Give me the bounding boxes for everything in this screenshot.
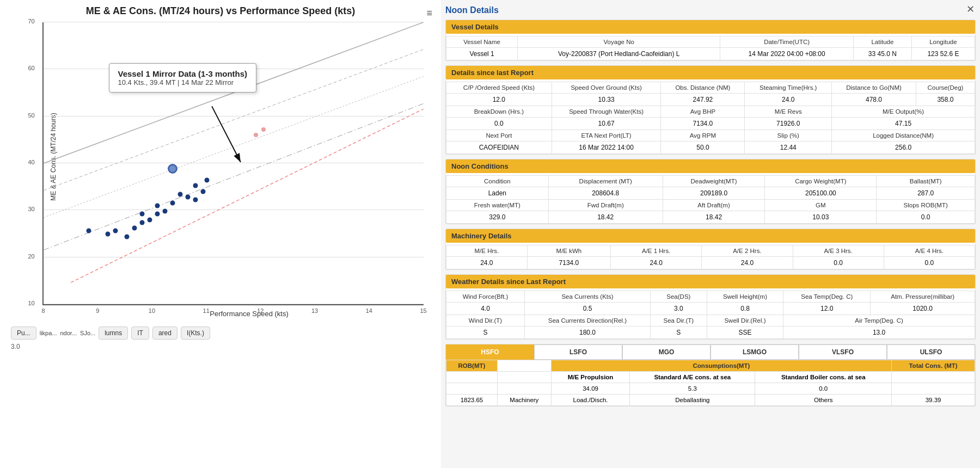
- th-logged-dist: Logged Distance(NM): [832, 130, 975, 141]
- td-eta: 16 Mar 2022 14:00: [552, 141, 661, 154]
- th-sea-currents: Sea Currents (Kts): [525, 291, 651, 303]
- td-machinery: Machinery: [497, 395, 551, 406]
- dot-3: [113, 229, 118, 233]
- tab-ulsfo[interactable]: ULSFO: [887, 344, 975, 360]
- columns-button[interactable]: lumns: [99, 327, 128, 340]
- highlighted-dot[interactable]: [168, 164, 177, 174]
- tab-hsfo[interactable]: HSFO: [446, 344, 534, 360]
- td-others: Others: [755, 395, 892, 406]
- machinery-details-section: Machinery Details M/E Hrs. M/E kWh A/E 1…: [445, 229, 976, 270]
- th-ae-cons: Standard A/E cons. at sea: [630, 372, 755, 383]
- th-rob-val: [446, 383, 498, 395]
- th-rob: ROB(MT): [446, 360, 498, 372]
- dot-14: [185, 195, 190, 200]
- x-axis-label: Performance Speed (kts): [68, 310, 430, 318]
- td-datetime: 14 Mar 2022 04:00 +08:00: [720, 48, 854, 60]
- bottom-label-2: ndor...: [60, 330, 77, 336]
- td-swell-height: 0.8: [707, 303, 783, 315]
- fuel-tabs: HSFO LSFO MGO LSMGO VLSFO ULSFO: [446, 344, 975, 360]
- th-condition: Condition: [446, 176, 549, 187]
- dot-13: [177, 192, 182, 196]
- svg-line-2: [44, 77, 423, 218]
- td-cp-speed: 12.0: [446, 94, 552, 106]
- dot-2: [106, 231, 111, 236]
- td-vessel-name: Vessel 1: [446, 48, 518, 60]
- td-me-kwh: 7134.0: [527, 257, 610, 269]
- vessel-details-header: Vessel Details: [446, 20, 975, 34]
- th-rob-sub: [446, 372, 498, 383]
- td-slops-rob: 0.0: [877, 211, 975, 224]
- right-panel: ✕ Noon Details Vessel Details Vessel Nam…: [441, 0, 980, 468]
- tab-lsfo[interactable]: LSFO: [534, 344, 622, 360]
- th-datetime: Date/Time(UTC): [720, 36, 854, 48]
- th-consumptions: Consumptions(MT): [551, 360, 891, 372]
- td-me-revs: 71926.0: [745, 118, 832, 130]
- td-slip: 12.44: [745, 141, 832, 154]
- dot-9: [155, 212, 160, 217]
- th-next-port: Next Port: [446, 130, 552, 141]
- kts-button[interactable]: I(Kts.): [181, 327, 210, 340]
- dot-17: [193, 183, 198, 188]
- pu-button[interactable]: Pu...: [11, 327, 36, 340]
- th-atm-pressure: Atm. Pressure(millibar): [871, 291, 975, 303]
- th-latitude: Latitude: [853, 36, 911, 48]
- th-cargo-weight: Cargo Weight(MT): [765, 176, 877, 187]
- th-machinery-label: [497, 383, 551, 395]
- td-steam-time: 24.0: [745, 94, 832, 106]
- th-sea-temp: Sea Temp(Deg. C): [783, 291, 871, 303]
- th-obs-dist: Obs. Distance (NM): [661, 82, 745, 94]
- td-latitude: 33 45.0 N: [853, 48, 911, 60]
- td-ae3-hrs: 0.0: [793, 257, 884, 269]
- dot-10: [155, 203, 160, 208]
- dot-6: [139, 220, 144, 225]
- th-cp-speed: C/P /Ordered Speed (Kts): [446, 82, 552, 94]
- th-fwd-draft: Fwd Draft(m): [548, 200, 663, 211]
- td-me-output: 47.15: [832, 118, 975, 130]
- th-fresh-water: Fresh water(MT): [446, 200, 549, 211]
- td-voyage-no: Voy-2200837 (Port Hedland-Caofeidian) L: [518, 48, 720, 60]
- th-deadweight: Deadweight(MT): [663, 176, 765, 187]
- th-sog: Speed Over Ground (Kts): [552, 82, 661, 94]
- td-fwd-draft: 18.42: [548, 211, 663, 224]
- dot-15: [193, 198, 198, 202]
- td-atm-pressure: 1020.0: [871, 303, 975, 315]
- tooltip-line2: 10.4 Kts., 39.4 MT | 14 Mar 22 Mirror: [118, 78, 248, 87]
- dot-5: [132, 226, 137, 231]
- td-deballasting: Deballasting: [630, 395, 755, 406]
- td-gm: 10.03: [765, 211, 877, 224]
- td-cargo-weight: 205100.00: [765, 187, 877, 200]
- td-condition: Laden: [446, 187, 549, 200]
- it-button[interactable]: IT: [131, 327, 149, 340]
- dot-4: [125, 234, 130, 239]
- fuel-consumption-table: ROB(MT) Consumptions(MT) Total Cons. (MT…: [446, 360, 975, 406]
- td-sea-ds: 3.0: [650, 303, 707, 315]
- td-logged-dist: 256.0: [832, 141, 975, 154]
- th-boiler-cons: Standard Boiler cons. at sea: [755, 372, 892, 383]
- th-sea-ds: Sea(DS): [650, 291, 707, 303]
- td-sea-currents: 0.5: [525, 303, 651, 315]
- ared-button[interactable]: ared: [152, 327, 177, 340]
- td-aft-draft: 18.42: [663, 211, 765, 224]
- chart-menu-icon[interactable]: ≡: [426, 8, 432, 19]
- th-ae3-hrs: A/E 3 Hrs.: [793, 245, 884, 257]
- dot-11: [162, 209, 167, 214]
- tab-vlsfo[interactable]: VLSFO: [799, 344, 887, 360]
- chart-panel: ME & AE Cons. (MT/24 hours) vs Performan…: [0, 0, 441, 468]
- fuel-section: HSFO LSFO MGO LSMGO VLSFO ULSFO ROB(MT) …: [445, 344, 976, 407]
- details-since-last-table: C/P /Ordered Speed (Kts) Speed Over Grou…: [446, 82, 975, 154]
- noon-conditions-table: Condition Displacement (MT) Deadweight(M…: [446, 175, 975, 224]
- th-swell-height: Swell Height(m): [707, 291, 783, 303]
- th-me-propulsion: M/E Propulsion: [551, 372, 630, 383]
- td-me-hrs: 24.0: [446, 257, 528, 269]
- tab-lsmgo[interactable]: LSMGO: [710, 344, 799, 360]
- close-button[interactable]: ✕: [966, 3, 975, 15]
- tab-mgo[interactable]: MGO: [622, 344, 710, 360]
- td-stw: 10.67: [552, 118, 661, 130]
- th-slops-rob: Slops ROB(MT): [877, 200, 975, 211]
- dot-18: [204, 178, 209, 183]
- machinery-details-header: Machinery Details: [446, 229, 975, 243]
- td-obs-dist: 247.92: [661, 94, 745, 106]
- td-course: 358.0: [916, 94, 975, 106]
- th-me-revs: M/E Revs: [745, 106, 832, 118]
- td-avg-bhp: 7134.0: [661, 118, 745, 130]
